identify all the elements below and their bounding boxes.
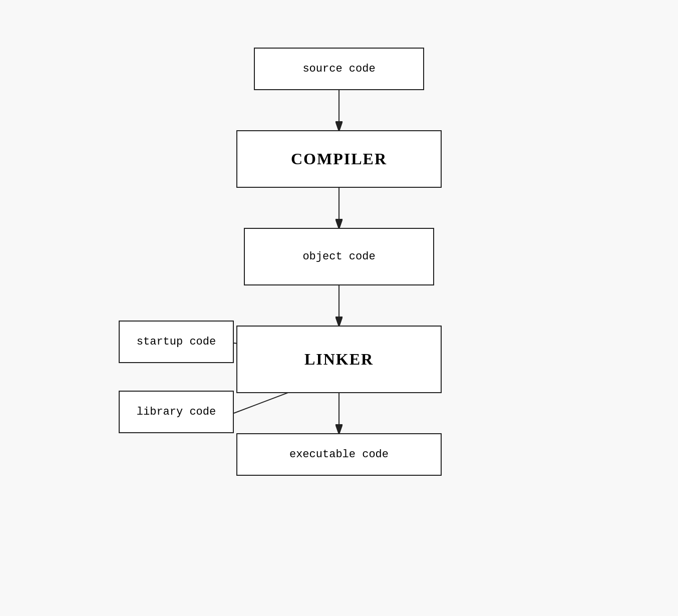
source-code-label: source code xyxy=(302,63,375,75)
compiler-box: COMPILER xyxy=(236,130,442,188)
linker-label: LINKER xyxy=(304,350,374,369)
library-code-box: library code xyxy=(119,391,234,433)
startup-code-box: startup code xyxy=(119,321,234,363)
library-code-label: library code xyxy=(137,406,216,418)
compiler-label: COMPILER xyxy=(291,150,387,168)
source-code-box: source code xyxy=(254,48,424,90)
arrows-layer xyxy=(114,33,564,583)
object-code-box: object code xyxy=(244,228,434,285)
diagram: source code COMPILER object code LINKER … xyxy=(114,33,564,583)
linker-box: LINKER xyxy=(236,326,442,393)
startup-code-label: startup code xyxy=(137,336,216,348)
executable-code-box: executable code xyxy=(236,433,442,476)
executable-code-label: executable code xyxy=(289,448,389,461)
object-code-label: object code xyxy=(302,250,375,263)
